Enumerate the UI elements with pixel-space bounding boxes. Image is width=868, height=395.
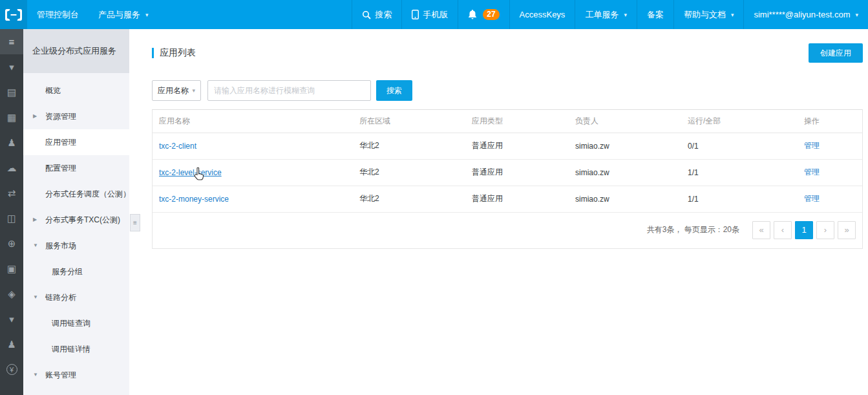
create-app-button[interactable]: 创建应用 [809, 43, 863, 63]
cell-type: 普通应用 [465, 133, 569, 159]
app-link[interactable]: txc-2-client [159, 142, 196, 151]
cell-running: 1/1 [681, 159, 798, 186]
table-header-row: 应用名称 所在区域 应用类型 负责人 运行/全部 操作 [153, 110, 862, 133]
aliyun-logo[interactable] [0, 0, 27, 29]
billing-yuan-icon[interactable]: ¥ [0, 357, 23, 382]
chevron-down-icon: ▼ [33, 284, 38, 310]
help-docs-label: 帮助与文档 [684, 9, 726, 21]
ticket-service-menu[interactable]: 工单服务 ▾ [575, 0, 637, 29]
sidebar-item-txc[interactable]: ▶分布式事务TXC(公测) [23, 207, 129, 233]
cell-running: 0/1 [681, 133, 798, 159]
certificate-icon[interactable]: ◈ [0, 281, 23, 306]
chevron-down-icon[interactable]: ▾ [0, 306, 23, 332]
sidebar-product-title: 企业级分布式应用服务 [23, 29, 129, 73]
switch-icon[interactable]: ⇄ [0, 180, 23, 206]
account-menu[interactable]: simi*****@aliyun-test.com ▾ [743, 0, 868, 29]
pagination-prev-button[interactable]: ‹ [774, 221, 792, 239]
sidebar-item-label: 服务市场 [45, 241, 76, 250]
chevron-down-icon[interactable]: ▾ [0, 54, 23, 80]
search-button[interactable]: 搜索 [376, 80, 412, 101]
notifications-menu[interactable]: 27 [458, 0, 509, 29]
sidebar-item-task-scheduling[interactable]: 分布式任务调度（公测） [23, 181, 129, 207]
header-running: 运行/全部 [681, 110, 798, 133]
application-table: 应用名称 所在区域 应用类型 负责人 运行/全部 操作 txc-2-client… [153, 110, 862, 213]
manage-link[interactable]: 管理 [804, 194, 820, 203]
cell-type: 普通应用 [465, 159, 569, 186]
pagination-first-button[interactable]: « [752, 221, 770, 239]
notification-count-badge: 27 [483, 9, 499, 20]
cell-region: 华北2 [353, 159, 465, 186]
beian-menu[interactable]: 备案 [637, 0, 673, 29]
sidebar-item-configuration-management[interactable]: 配置管理 [23, 155, 129, 181]
users-icon[interactable]: ♟ [0, 130, 23, 155]
caret-down-icon: ▾ [731, 12, 734, 18]
cloud-icon[interactable]: ☁ [0, 155, 23, 180]
header-owner: 负责人 [569, 110, 681, 133]
aliyun-logo-icon [5, 9, 22, 21]
sidebar-item-trace-analysis[interactable]: ▼链路分析 [23, 284, 129, 310]
cell-owner: simiao.zw [569, 133, 681, 159]
package-icon[interactable]: ◫ [0, 206, 23, 231]
chevron-down-icon: ▼ [33, 362, 38, 388]
bell-icon [468, 10, 477, 19]
sidebar-item-trace-query[interactable]: 调用链查询 [23, 310, 129, 336]
sidebar-item-account-management[interactable]: ▼账号管理 [23, 362, 129, 388]
security-icon[interactable]: ▣ [0, 256, 23, 281]
app-link[interactable]: txc-2-money-service [159, 195, 229, 204]
caret-down-icon: ▾ [145, 12, 149, 18]
app-link[interactable]: txc-2-level-service [159, 168, 222, 177]
user-icon[interactable]: ♟ [0, 332, 23, 357]
cell-owner: simiao.zw [569, 186, 681, 212]
console-home-link[interactable]: 管理控制台 [27, 0, 89, 29]
sidebar-item-resource-management[interactable]: ▶资源管理 [23, 103, 129, 129]
title-accent-bar [152, 48, 154, 58]
pagination-last-button[interactable]: » [838, 221, 856, 239]
filter-field-select[interactable]: 应用名称 ▾ [152, 80, 201, 101]
caret-down-icon: ▾ [855, 12, 858, 18]
topbar-right: 搜索 手机版 27 AccessKeys 工单服务 [352, 0, 868, 29]
sidebar-item-service-market[interactable]: ▼服务市场 [23, 233, 129, 259]
account-label: simi*****@aliyun-test.com [754, 10, 850, 19]
menu-icon[interactable]: ≡ [0, 29, 23, 54]
search-label: 搜索 [375, 9, 392, 21]
accesskeys-label: AccessKeys [520, 10, 566, 19]
console-icon[interactable]: ▤ [0, 80, 23, 105]
help-docs-menu[interactable]: 帮助与文档 ▾ [673, 0, 744, 29]
chevron-right-icon: ▶ [33, 207, 37, 233]
sidebar-item-service-group[interactable]: 服务分组 [23, 259, 129, 284]
application-table-container: 应用名称 所在区域 应用类型 负责人 运行/全部 操作 txc-2-client… [152, 109, 863, 249]
topbar: 管理控制台 产品与服务 ▾ 搜索 手机版 [0, 0, 868, 29]
chevron-right-icon: ▶ [33, 103, 37, 129]
cell-region: 华北2 [353, 186, 465, 212]
chevron-down-icon: ▼ [33, 233, 38, 259]
ticket-service-label: 工单服务 [585, 9, 619, 21]
pagination-summary: 共有3条， 每页显示：20条 [647, 224, 739, 235]
search-icon [362, 10, 371, 19]
sidebar-item-label: 链路分析 [45, 293, 76, 302]
pagination-page-1-button[interactable]: 1 [795, 221, 813, 239]
products-menu[interactable]: 产品与服务 ▾ [89, 0, 158, 29]
mobile-version-menu[interactable]: 手机版 [401, 0, 458, 29]
edas-sidebar: 企业级分布式应用服务 概览 ▶资源管理 应用管理 配置管理 分布式任务调度（公测… [23, 29, 129, 395]
sidebar-menu: 概览 ▶资源管理 应用管理 配置管理 分布式任务调度（公测） ▶分布式事务TXC… [23, 78, 129, 388]
manage-link[interactable]: 管理 [804, 167, 820, 176]
search-menu[interactable]: 搜索 [352, 0, 401, 29]
pagination-next-button[interactable]: › [816, 221, 834, 239]
accesskeys-menu[interactable]: AccessKeys [509, 0, 575, 29]
products-grid-icon[interactable]: ▦ [0, 105, 23, 130]
sidebar-item-application-management[interactable]: 应用管理 [23, 129, 129, 155]
table-row: txc-2-level-service 华北2 普通应用 simiao.zw 1… [153, 159, 862, 186]
phone-icon [412, 10, 419, 19]
manage-link[interactable]: 管理 [804, 141, 820, 150]
sidebar-collapse-toggle[interactable]: ≡ [130, 214, 140, 231]
cell-type: 普通应用 [465, 186, 569, 212]
app-name-search-input[interactable] [207, 80, 371, 101]
sidebar-item-trace-detail[interactable]: 调用链详情 [23, 336, 129, 362]
cell-owner: simiao.zw [569, 159, 681, 186]
globe-icon[interactable]: ⊕ [0, 231, 23, 256]
filter-field-value: 应用名称 [158, 85, 189, 96]
header-app-name: 应用名称 [153, 110, 353, 133]
page-header: 应用列表 创建应用 [152, 43, 863, 63]
sidebar-item-overview[interactable]: 概览 [23, 78, 129, 103]
caret-down-icon: ▾ [624, 12, 627, 18]
